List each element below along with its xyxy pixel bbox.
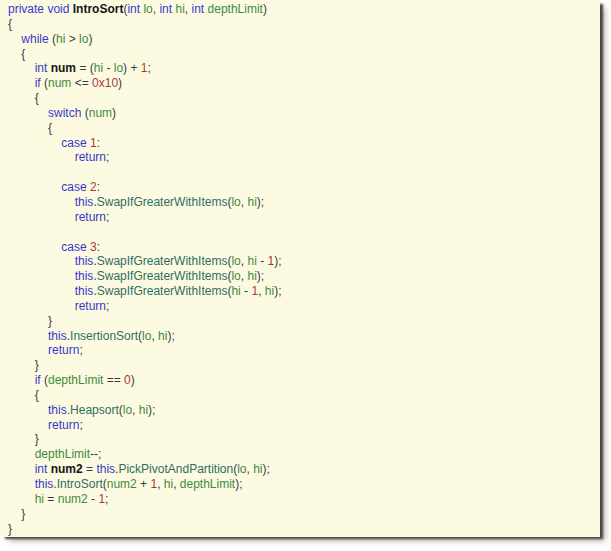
code-line: case 3:: [8, 240, 596, 255]
code-token: [8, 299, 75, 313]
code-token: ;: [79, 418, 82, 432]
code-line: return;: [8, 418, 596, 433]
code-line: [8, 165, 596, 180]
code-token: lo: [231, 254, 240, 268]
code-token: ,: [173, 477, 180, 491]
code-token: int: [192, 2, 205, 16]
code-token: (: [81, 106, 88, 120]
code-token: ;: [79, 343, 82, 357]
code-token: return: [75, 299, 106, 313]
code-token: return: [48, 418, 79, 432]
code-token: }: [8, 432, 39, 446]
code-token: hi: [247, 254, 256, 268]
code-token: 1: [90, 136, 97, 150]
code-token: ): [118, 76, 122, 90]
code-token: ) +: [123, 61, 141, 75]
code-token: -: [88, 492, 99, 506]
code-token: while: [21, 32, 48, 46]
code-token: [8, 418, 48, 432]
code-token: ,: [185, 2, 192, 16]
code-token: this: [48, 329, 67, 343]
code-token: hi: [265, 284, 274, 298]
code-line: this.InsertionSort(lo, hi);: [8, 329, 596, 344]
code-token: ): [131, 373, 135, 387]
code-token: {: [8, 388, 39, 402]
code-line: case 1:: [8, 136, 596, 151]
code-line: {: [8, 17, 596, 32]
code-token: depthLimit: [48, 373, 103, 387]
code-token: int: [35, 462, 48, 476]
code-line: }: [8, 522, 596, 537]
code-token: [8, 32, 21, 46]
code-token: {: [8, 121, 52, 135]
code-token: case: [61, 240, 86, 254]
code-line: }: [8, 507, 596, 522]
code-token: [8, 462, 35, 476]
code-line: {: [8, 47, 596, 62]
code-token: [8, 210, 75, 224]
code-token: num2: [107, 477, 137, 491]
code-token: }: [8, 522, 12, 536]
code-token: void: [47, 2, 69, 16]
code-line: this.SwapIfGreaterWithItems(lo, hi - 1);: [8, 254, 596, 269]
code-token: [8, 403, 48, 417]
code-token: hi: [247, 269, 256, 283]
code-token: :: [97, 240, 100, 254]
code-token: = (: [76, 61, 94, 75]
code-token: lo: [231, 269, 240, 283]
code-token: }: [8, 358, 39, 372]
code-line: return;: [8, 150, 596, 165]
code-token: {: [8, 17, 12, 31]
code-token: hi: [231, 284, 240, 298]
code-token: num: [89, 106, 112, 120]
code-token: [8, 61, 35, 75]
code-line: this.IntroSort(num2 + 1, hi, depthLimit)…: [8, 477, 596, 492]
code-line: this.SwapIfGreaterWithItems(hi - 1, hi);: [8, 284, 596, 299]
code-token: ): [112, 106, 116, 120]
code-line: return;: [8, 299, 596, 314]
code-token: :: [97, 180, 100, 194]
code-token: [8, 254, 75, 268]
code-token: IntroSort: [73, 2, 124, 16]
code-line: return;: [8, 210, 596, 225]
code-token: int: [127, 2, 140, 16]
code-line: hi = num2 - 1;: [8, 492, 596, 507]
code-token: hi: [175, 2, 184, 16]
code-token: return: [75, 210, 106, 224]
code-token: case: [61, 180, 86, 194]
code-token: (: [49, 32, 56, 46]
code-token: +: [137, 477, 151, 491]
code-token: hi: [247, 195, 256, 209]
code-token: ,: [132, 403, 139, 417]
code-token: num2: [51, 462, 83, 476]
code-token: }: [8, 314, 52, 328]
code-token: hi: [35, 492, 44, 506]
code-token: private: [8, 2, 44, 16]
code-line: depthLimit--;: [8, 447, 596, 462]
code-token: (: [41, 76, 48, 90]
code-line: {: [8, 388, 596, 403]
code-token: return: [75, 150, 106, 164]
code-token: hi: [164, 477, 173, 491]
code-token: ;: [106, 299, 109, 313]
code-token: lo: [237, 462, 246, 476]
code-token: hi: [253, 462, 262, 476]
code-token: 0x10: [92, 76, 118, 90]
code-token: [8, 284, 75, 298]
code-token: int: [35, 61, 48, 75]
code-token: [8, 106, 48, 120]
code-line: {: [8, 91, 596, 106]
code-line: }: [8, 314, 596, 329]
code-token: =: [83, 462, 97, 476]
code-token: (: [41, 373, 48, 387]
code-token: -: [103, 61, 114, 75]
code-token: this: [48, 403, 67, 417]
code-line: this.SwapIfGreaterWithItems(lo, hi);: [8, 195, 596, 210]
code-token: return: [48, 343, 79, 357]
code-token: this: [75, 195, 94, 209]
code-token: ,: [157, 477, 164, 491]
code-line: private void IntroSort(int lo, int hi, i…: [8, 2, 596, 17]
code-token: [8, 269, 75, 283]
code-token: InsertionSort: [70, 329, 138, 343]
code-token: );: [167, 329, 174, 343]
